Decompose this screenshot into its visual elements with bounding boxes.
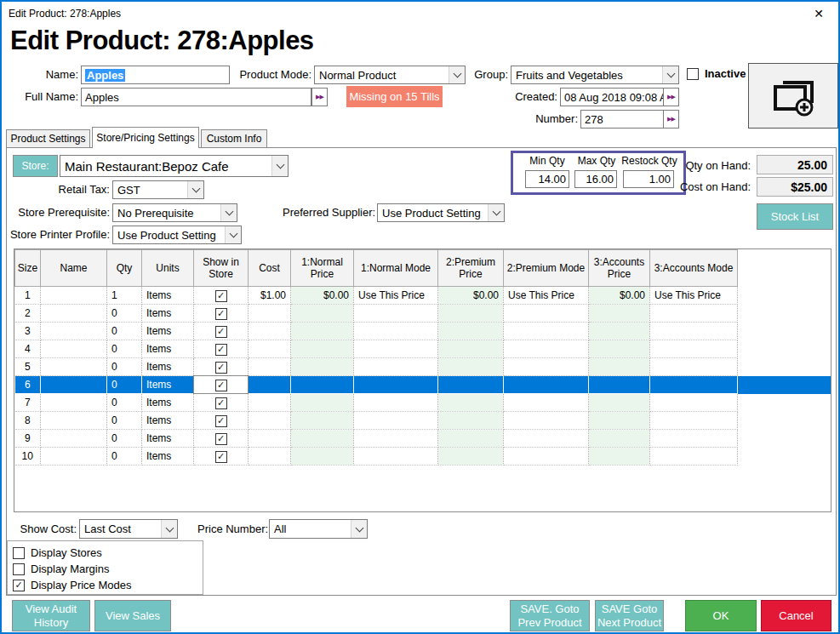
- cell-p3[interactable]: [589, 340, 650, 358]
- cell-p2[interactable]: [438, 412, 504, 430]
- missing-on-tills-button[interactable]: Missing on 15 Tills: [346, 86, 443, 107]
- cell-name[interactable]: [41, 376, 107, 394]
- cell-name[interactable]: [41, 448, 107, 466]
- table-row[interactable]: 80Items: [15, 412, 831, 430]
- cell-m2[interactable]: [504, 305, 589, 323]
- cell-m3[interactable]: [650, 448, 738, 466]
- cell-units[interactable]: Items: [142, 448, 194, 466]
- tab-custom-info[interactable]: Custom Info: [201, 129, 267, 148]
- cell-units[interactable]: Items: [142, 323, 194, 340]
- table-row[interactable]: 90Items: [15, 430, 831, 448]
- cell-m2[interactable]: [504, 412, 589, 430]
- cell-m2[interactable]: [504, 448, 589, 466]
- cell-show-in-store[interactable]: [194, 340, 249, 358]
- cell-units[interactable]: Items: [142, 430, 194, 448]
- display-margins-checkbox[interactable]: [13, 563, 25, 575]
- cell-m2[interactable]: [504, 358, 589, 376]
- cell-m3[interactable]: [650, 305, 738, 323]
- inactive-checkbox-row[interactable]: Inactive: [687, 67, 746, 80]
- tab-store-pricing-settings[interactable]: Store/Pricing Settings: [92, 127, 199, 148]
- cell-qty[interactable]: 0: [107, 448, 142, 466]
- cell-qty[interactable]: 0: [107, 323, 142, 340]
- cell-cost[interactable]: [249, 448, 291, 466]
- close-icon[interactable]: ✕: [804, 4, 833, 23]
- retail-tax-select[interactable]: GST: [112, 180, 204, 199]
- cell-units[interactable]: Items: [142, 376, 194, 394]
- cell-name[interactable]: [41, 358, 107, 376]
- chevron-down-icon[interactable]: [449, 66, 465, 83]
- cell-p1[interactable]: [291, 340, 354, 358]
- chevron-down-icon[interactable]: [187, 181, 203, 198]
- cell-p3[interactable]: [589, 376, 650, 394]
- cell-p3[interactable]: [589, 412, 650, 430]
- cell-m2[interactable]: [504, 376, 589, 394]
- max-qty-input[interactable]: 16.00: [574, 170, 617, 188]
- show-in-store-checkbox[interactable]: [215, 380, 227, 391]
- name-input[interactable]: Apples: [81, 66, 230, 84]
- cell-m1[interactable]: [354, 340, 438, 358]
- show-in-store-checkbox[interactable]: [215, 362, 227, 374]
- number-expand-button[interactable]: ▶▶: [663, 111, 678, 128]
- cell-units[interactable]: Items: [142, 340, 194, 358]
- cell-m3[interactable]: [650, 323, 738, 340]
- save-goto-next-product-button[interactable]: SAVE Goto Next Product: [595, 600, 664, 631]
- cell-show-in-store[interactable]: [194, 287, 249, 305]
- created-expand-button[interactable]: ▶▶: [663, 89, 678, 106]
- cell-name[interactable]: [41, 394, 107, 412]
- show-in-store-checkbox[interactable]: [215, 344, 227, 356]
- chevron-down-icon[interactable]: [351, 520, 367, 538]
- show-in-store-checkbox[interactable]: [215, 433, 227, 445]
- cell-size[interactable]: 6: [15, 376, 41, 394]
- cell-p1[interactable]: [291, 448, 354, 466]
- cell-units[interactable]: Items: [142, 412, 194, 430]
- chevron-down-icon[interactable]: [488, 204, 504, 221]
- cell-p3[interactable]: [589, 358, 650, 376]
- store-button[interactable]: Store:: [13, 155, 58, 177]
- cell-show-in-store[interactable]: [194, 448, 249, 466]
- cell-qty[interactable]: 0: [107, 340, 142, 358]
- cell-p1[interactable]: [291, 376, 354, 394]
- cell-size[interactable]: 1: [15, 287, 41, 305]
- show-in-store-checkbox[interactable]: [215, 326, 227, 338]
- cell-m1[interactable]: [354, 430, 438, 448]
- number-input[interactable]: 278 ▶▶: [580, 110, 679, 129]
- cell-qty[interactable]: 0: [107, 358, 142, 376]
- cell-show-in-store[interactable]: [194, 430, 249, 448]
- table-row[interactable]: 40Items: [15, 340, 831, 358]
- cell-m3[interactable]: Use This Price: [650, 287, 738, 305]
- cell-p3[interactable]: [589, 305, 650, 323]
- chevron-down-icon[interactable]: [225, 226, 241, 243]
- cell-cost[interactable]: [249, 358, 291, 376]
- cell-p2[interactable]: $0.00: [438, 287, 504, 305]
- cell-p2[interactable]: [438, 340, 504, 358]
- cell-m2[interactable]: [504, 340, 589, 358]
- cell-name[interactable]: [41, 412, 107, 430]
- show-in-store-checkbox[interactable]: [215, 451, 227, 463]
- cell-m1[interactable]: [354, 394, 438, 412]
- cell-units[interactable]: Items: [142, 287, 194, 305]
- cell-size[interactable]: 3: [15, 323, 41, 340]
- cell-qty[interactable]: 1: [107, 287, 142, 305]
- group-select[interactable]: Fruits and Vegetables: [511, 66, 679, 84]
- cell-cost[interactable]: [249, 376, 291, 394]
- cell-p1[interactable]: $0.00: [291, 287, 354, 305]
- cell-size[interactable]: 2: [15, 305, 41, 323]
- show-cost-select[interactable]: Last Cost: [79, 519, 178, 539]
- cell-m1[interactable]: [354, 448, 438, 466]
- cell-size[interactable]: 4: [15, 340, 41, 358]
- cell-p1[interactable]: [291, 323, 354, 340]
- cell-m2[interactable]: [504, 394, 589, 412]
- cell-name[interactable]: [41, 287, 107, 305]
- cell-cost[interactable]: [249, 412, 291, 430]
- cell-p3[interactable]: [589, 323, 650, 340]
- cell-p3[interactable]: [589, 430, 650, 448]
- cell-p2[interactable]: [438, 448, 504, 466]
- full-name-input[interactable]: Apples: [81, 88, 311, 106]
- cell-qty[interactable]: 0: [107, 394, 142, 412]
- show-in-store-checkbox[interactable]: [215, 290, 227, 302]
- cancel-button[interactable]: Cancel: [761, 600, 831, 631]
- full-name-expand-button[interactable]: ▶▶: [311, 88, 328, 106]
- cell-qty[interactable]: 0: [107, 376, 142, 394]
- cell-name[interactable]: [41, 305, 107, 323]
- cell-cost[interactable]: [249, 394, 291, 412]
